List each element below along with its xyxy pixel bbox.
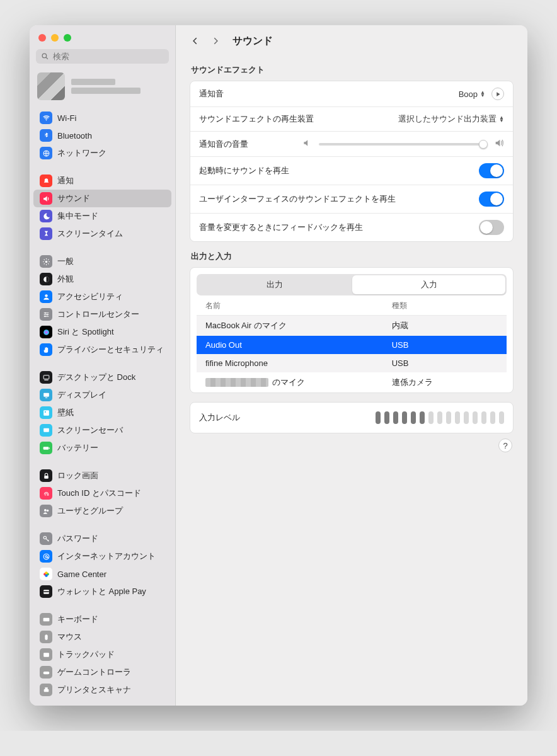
- effects-device-popup[interactable]: 選択したサウンド出力装置 ▲▼: [398, 113, 504, 125]
- alert-volume-row: 通知音の音量: [190, 131, 513, 156]
- sidebar-item[interactable]: パスワード: [33, 530, 171, 547]
- sidebar-item-label: キーボード: [57, 614, 98, 625]
- device-type: 内蔵: [392, 320, 498, 331]
- tab-input[interactable]: 入力: [352, 275, 505, 294]
- ui-effects-toggle[interactable]: [479, 192, 504, 207]
- tab-output[interactable]: 出力: [198, 275, 351, 294]
- main-panel: サウンド サウンドエフェクト 通知音 Boop ▲▼: [176, 25, 527, 706]
- close-window-button[interactable]: [38, 34, 46, 42]
- search-field[interactable]: [36, 49, 169, 64]
- sidebar-item-label: ユーザとグループ: [57, 505, 123, 517]
- help-icon: ?: [503, 441, 507, 450]
- sidebar-item[interactable]: Touch ID とパスコード: [33, 484, 171, 502]
- controller-icon: [40, 666, 52, 679]
- sidebar-item-label: ディスプレイ: [57, 389, 106, 401]
- speaker-high-icon: [494, 138, 504, 150]
- chevron-left-icon: [191, 37, 200, 45]
- sidebar-item-label: 壁紙: [57, 407, 74, 418]
- svg-point-2: [45, 119, 47, 120]
- volume-feedback-toggle[interactable]: [479, 220, 504, 235]
- lock-icon: [40, 469, 52, 482]
- alert-sound-popup[interactable]: Boop ▲▼: [459, 89, 485, 99]
- sidebar-item-label: 一般: [57, 256, 74, 267]
- sidebar-item[interactable]: プリンタとスキャナ: [33, 681, 171, 699]
- sidebar-item[interactable]: ネットワーク: [33, 144, 171, 162]
- startup-sound-toggle[interactable]: [479, 163, 504, 178]
- chevron-right-icon: [211, 37, 220, 45]
- device-row[interactable]: Audio OutUSB: [197, 336, 507, 354]
- device-name: のマイク: [205, 377, 387, 388]
- speaker-low-icon: [302, 139, 311, 149]
- sidebar-item-label: サウンド: [57, 193, 90, 204]
- sidebar-item[interactable]: スクリーンタイム: [33, 225, 171, 243]
- io-card: 出力 入力 名前 種類 MacBook Air のマイク内蔵Audio OutU…: [190, 267, 514, 393]
- sidebar-item[interactable]: 外観: [33, 270, 171, 288]
- minimize-window-button[interactable]: [51, 34, 59, 42]
- sidebar-item[interactable]: 集中モード: [33, 207, 171, 225]
- device-row[interactable]: のマイク連係カメラ: [197, 372, 507, 392]
- table-header: 名前 種類: [197, 295, 507, 316]
- svg-point-22: [47, 509, 49, 511]
- alert-volume-label: 通知音の音量: [199, 139, 248, 150]
- device-table: 名前 種類 MacBook Air のマイク内蔵Audio OutUSBfifi…: [197, 295, 507, 392]
- keyboard-icon: [40, 613, 52, 626]
- users-icon: [40, 505, 52, 517]
- sidebar-item[interactable]: アクセシビリティ: [33, 288, 171, 306]
- play-alert-button[interactable]: [491, 88, 504, 100]
- key-icon: [40, 532, 52, 545]
- sidebar-item-label: コントロールセンター: [57, 309, 139, 320]
- sidebar-item[interactable]: ディスプレイ: [33, 386, 171, 404]
- effects-device-value: 選択したサウンド出力装置: [398, 113, 497, 125]
- appearance-icon: [40, 273, 52, 285]
- nav-forward-button[interactable]: [209, 34, 222, 48]
- sidebar-item[interactable]: 通知: [33, 172, 171, 190]
- sidebar-item-label: スクリーンセーバ: [57, 425, 123, 436]
- alert-volume-slider[interactable]: [319, 143, 486, 146]
- person-icon: [40, 290, 52, 303]
- sidebar-item[interactable]: スクリーンセーバ: [33, 421, 171, 439]
- help-button[interactable]: ?: [498, 438, 512, 452]
- sidebar-item[interactable]: ウォレットと Apple Pay: [33, 583, 171, 600]
- search-input[interactable]: [53, 52, 164, 61]
- sidebar-item[interactable]: インターネットアカウント: [33, 547, 171, 565]
- wallet-icon: [40, 585, 52, 598]
- sidebar-item[interactable]: Siri と Spotlight: [33, 323, 171, 341]
- sidebar-item[interactable]: デスクトップと Dock: [33, 369, 171, 386]
- sidebar-item[interactable]: 壁紙: [33, 404, 171, 421]
- slider-thumb[interactable]: [479, 140, 488, 149]
- level-bar: [437, 411, 442, 424]
- sidebar-item[interactable]: マウス: [33, 628, 171, 646]
- nav-back-button[interactable]: [188, 34, 202, 48]
- sidebar-item[interactable]: Wi-Fi: [33, 109, 171, 127]
- device-row[interactable]: fifine MicrophoneUSB: [197, 354, 507, 372]
- level-bar: [393, 411, 398, 424]
- sidebar-item-label: 集中モード: [57, 210, 98, 222]
- sidebar-item[interactable]: ユーザとグループ: [33, 502, 171, 520]
- svg-rect-20: [44, 475, 49, 478]
- svg-point-8: [47, 314, 48, 315]
- svg-point-28: [45, 571, 47, 574]
- sidebar-item[interactable]: プライバシーとセキュリティ: [33, 341, 171, 358]
- level-bar: [428, 411, 434, 424]
- sidebar-item[interactable]: トラックパッド: [33, 646, 171, 663]
- sidebar-item[interactable]: キーボード: [33, 610, 171, 628]
- device-row[interactable]: MacBook Air のマイク内蔵: [197, 316, 507, 336]
- sidebar-item[interactable]: バッテリー: [33, 439, 171, 457]
- sidebar-item[interactable]: ロック画面: [33, 467, 171, 484]
- zoom-window-button[interactable]: [64, 34, 71, 42]
- device-type: USB: [392, 340, 498, 350]
- svg-point-4: [45, 260, 47, 262]
- sidebar-item[interactable]: Game Center: [33, 565, 171, 583]
- sidebar-item[interactable]: ゲームコントローラ: [33, 663, 171, 681]
- sidebar-item[interactable]: コントロールセンター: [33, 306, 171, 323]
- sidebar-item[interactable]: 一般: [33, 253, 171, 270]
- level-bar: [490, 411, 495, 424]
- redacted-text: [205, 378, 268, 387]
- sidebar-item[interactable]: Bluetooth: [33, 127, 171, 144]
- sidebar-item[interactable]: サウンド: [33, 190, 171, 207]
- sidebar-item-label: ウォレットと Apple Pay: [57, 586, 146, 597]
- svg-rect-17: [43, 428, 49, 432]
- sidebar-item-label: Bluetooth: [57, 131, 92, 140]
- apple-id-account-row[interactable]: [36, 70, 169, 103]
- startup-sound-row: 起動時にサウンドを再生: [190, 156, 513, 185]
